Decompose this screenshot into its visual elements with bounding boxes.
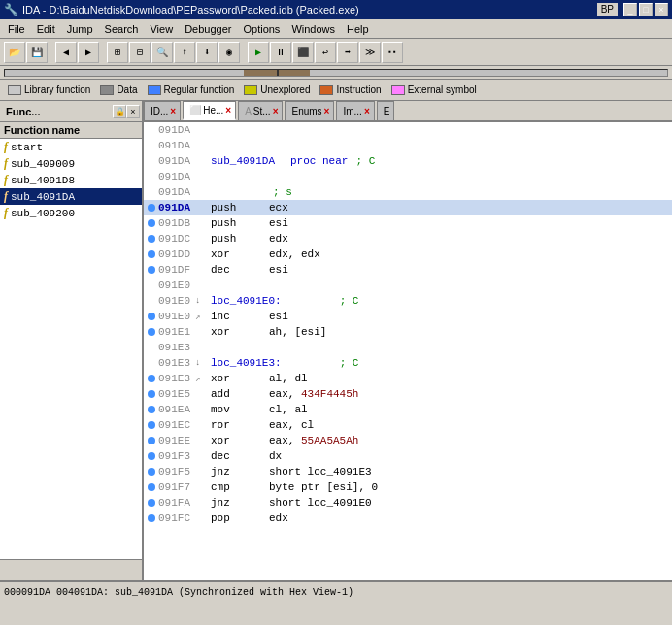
addr-1: 091DA [158, 124, 195, 136]
toolbar-debug-group: ▶ ⏸ ⬛ ↩ ➡ ≫ ▪▪ [248, 42, 403, 63]
menu-view[interactable]: View [144, 21, 179, 37]
func-item-4091d8[interactable]: f sub_4091D8 [0, 172, 142, 188]
mnemonic-jnz-e3: jnz [211, 466, 269, 477]
toolbar-nav-group: ◀ ▶ [55, 42, 99, 63]
legend-library-label: Library function [24, 84, 90, 95]
dot-xor-al [148, 375, 155, 382]
code-line-pop-edx: 091FC pop edx [144, 510, 672, 526]
nav-progress[interactable] [4, 69, 668, 77]
func-icon-4091da: f [4, 189, 8, 204]
func-panel-lock-btn[interactable]: 🔒 [113, 105, 126, 118]
operand-xor-eax-55: eax, 55AA5A5Ah [269, 435, 358, 446]
toolbar-save-btn[interactable]: 💾 [26, 42, 48, 63]
close-button[interactable]: × [655, 3, 668, 16]
tab-imports-close[interactable]: × [364, 106, 370, 116]
tab-e-label: E [384, 106, 390, 116]
tab-id[interactable]: ID... × [144, 101, 181, 120]
nav-tick [277, 70, 279, 76]
proc-keyword: proc near [290, 155, 348, 167]
toolbar-open-btn[interactable]: 📂 [4, 42, 25, 63]
tab-id-label: ID... [151, 106, 168, 116]
code-line-jnz-e3: 091F5 jnz short loc_4091E3 [144, 464, 672, 479]
legend-regular-color [148, 85, 161, 95]
code-line-proc: 091DA sub_4091DA proc near ; C [144, 153, 672, 169]
code-line-xor-edx: 091DD xor edx, edx [144, 247, 672, 262]
legend-unexplored-color [244, 85, 257, 95]
dot-cmp-esi [148, 483, 155, 491]
arrow-inc-esi: ↗ [195, 312, 211, 322]
tab-enums[interactable]: Enums × [285, 101, 334, 120]
func-scroll-area[interactable] [0, 559, 142, 580]
maximize-button[interactable]: □ [639, 3, 653, 16]
addr-3: 091DA [158, 171, 195, 182]
code-line-4: 091DA ; s [144, 184, 672, 200]
tab-e[interactable]: E [377, 101, 395, 120]
toolbar-pause-btn[interactable]: ⏸ [270, 42, 291, 63]
tab-hex[interactable]: ⬜ He... × [183, 101, 236, 120]
operand-push-ecx: ecx [269, 202, 288, 214]
legend-data-label: Data [117, 84, 137, 95]
minimize-button[interactable]: _ [623, 3, 637, 16]
func-icon-start: f [4, 140, 8, 154]
status-bar: 000091DA 004091DA: sub_4091DA (Synchroni… [0, 580, 672, 602]
func-item-4091da[interactable]: f sub_4091DA [0, 188, 142, 205]
toolbar-step-btn[interactable]: ↩ [315, 42, 336, 63]
label-loc-e3: loc_4091E3: [211, 357, 282, 369]
func-panel-close-btn[interactable]: × [126, 105, 140, 118]
status-text: 000091DA 004091DA: sub_4091DA (Synchroni… [4, 587, 353, 598]
tab-str-close[interactable]: × [273, 106, 279, 116]
func-icon-409200: f [4, 206, 8, 220]
menu-edit[interactable]: Edit [31, 21, 61, 37]
menu-options[interactable]: Options [237, 21, 286, 37]
tab-hex-close[interactable]: × [225, 105, 231, 115]
func-item-409200[interactable]: f sub_409200 [0, 205, 142, 221]
code-area[interactable]: 091DA 091DA 091DA sub_4091DA proc near ;… [144, 122, 672, 580]
menu-windows[interactable]: Windows [286, 21, 341, 37]
addr-push-edx: 091DC [158, 233, 195, 245]
toolbar-btn6[interactable]: ◉ [218, 42, 240, 63]
menu-help[interactable]: Help [341, 21, 375, 37]
toolbar-more-btn[interactable]: ▪▪ [382, 42, 403, 63]
toolbar-back-btn[interactable]: ◀ [55, 42, 77, 63]
legend-external: External symbol [391, 84, 477, 95]
tab-imports[interactable]: Im... × [336, 101, 374, 120]
func-list[interactable]: f start f sub_409009 f sub_4091D8 f sub_… [0, 139, 142, 559]
operand-add-eax: eax, 434F4445h [269, 388, 358, 400]
tab-str[interactable]: A St... × [238, 101, 283, 120]
mnemonic-push-edx: push [211, 233, 269, 245]
tab-id-close[interactable]: × [170, 106, 176, 116]
toolbar-btn4[interactable]: ⬆ [174, 42, 195, 63]
toolbar-btn5[interactable]: ⬇ [196, 42, 218, 63]
menu-jump[interactable]: Jump [61, 21, 99, 37]
toolbar-btn3[interactable]: 🔍 [151, 42, 173, 63]
toolbar-fwd-btn[interactable]: ▶ [78, 42, 99, 63]
func-col-header: Function name [0, 122, 142, 139]
menu-debugger[interactable]: Debugger [179, 21, 237, 37]
dot-xor-ah [148, 328, 155, 336]
legend-bar: Library function Data Regular function U… [0, 80, 672, 101]
toolbar-run-btn[interactable]: ▶ [248, 42, 269, 63]
mnemonic-xor-ah: xor [211, 326, 269, 338]
func-name-4091d8: sub_4091D8 [11, 175, 75, 186]
toolbar-extra-btn[interactable]: ≫ [359, 42, 381, 63]
menu-bar: File Edit Jump Search View Debugger Opti… [0, 19, 672, 39]
toolbar-next-btn[interactable]: ➡ [337, 42, 358, 63]
tab-enums-close[interactable]: × [324, 106, 330, 116]
mnemonic-add-eax: add [211, 388, 269, 400]
func-panel: Func... 🔒 × Function name f start f sub_… [0, 101, 144, 580]
toolbar-btn2[interactable]: ⊟ [129, 42, 151, 63]
code-panel: ID... × ⬜ He... × A St... × Enums × Im..… [144, 101, 672, 580]
func-item-409009[interactable]: f sub_409009 [0, 155, 142, 172]
operand-xor-ah: ah, [esi] [269, 326, 326, 338]
menu-file[interactable]: File [2, 21, 31, 37]
menu-search[interactable]: Search [99, 21, 145, 37]
addr-empty-e0: 091E0 [158, 280, 195, 291]
legend-instruction: Instruction [319, 84, 381, 95]
toolbar-btn1[interactable]: ⊞ [107, 42, 128, 63]
toolbar-stop-btn[interactable]: ⬛ [292, 42, 314, 63]
func-item-start[interactable]: f start [0, 139, 142, 155]
code-line-mov-cl: 091EA mov cl, al [144, 402, 672, 417]
operand-cmp-esi: byte ptr [esi], 0 [269, 481, 378, 493]
dot-loc-e0 [148, 297, 155, 305]
addr-xor-edx: 091DD [158, 248, 195, 260]
